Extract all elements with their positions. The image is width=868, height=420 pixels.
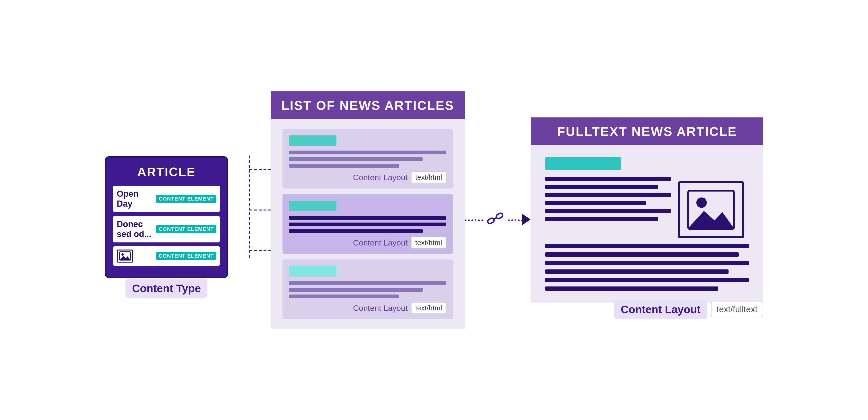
fulltext-line-2: [545, 185, 658, 189]
card-3-title-bar: [289, 266, 336, 277]
fulltext-panel-header: FULLTEXT NEWS ARTICLE: [531, 118, 763, 146]
content-type-label: Content Type: [125, 279, 208, 298]
card-1-layout-badge: text/html: [411, 171, 446, 183]
article-title: ARTICLE: [113, 165, 220, 179]
list-panel-header: LIST OF NEWS ARTICLES: [271, 91, 465, 119]
card-1-line-2: [289, 157, 423, 161]
fulltext-image-icon: [687, 190, 735, 230]
article-row-img: [117, 250, 133, 263]
card-3-layout-badge: text/html: [411, 302, 446, 314]
fulltext-bottom-line-6: [545, 287, 718, 291]
svg-marker-2: [120, 256, 130, 260]
card-2-layout-text: Content Layout: [353, 238, 408, 248]
fulltext-layout-wrapper: Content Layout text/fulltext: [614, 300, 763, 319]
fulltext-bottom-line-2: [545, 252, 739, 257]
fulltext-line-5: [545, 209, 671, 213]
article-row-2-text: Donec sed od...: [117, 219, 156, 239]
fulltext-grid: [545, 176, 749, 238]
content-type-label-wrapper: Content Type: [125, 282, 208, 295]
link-icon: [486, 212, 505, 226]
card-2-line-2: [289, 223, 446, 226]
fulltext-panel-wrapper: FULLTEXT NEWS ARTICLE: [531, 118, 763, 302]
svg-point-1: [121, 253, 124, 256]
card-2-line-1: [289, 216, 446, 220]
link-icon-wrapper: [484, 210, 507, 229]
list-panel: LIST OF NEWS ARTICLES Content Layout tex…: [271, 91, 465, 329]
card-3-line-2: [289, 288, 423, 292]
fulltext-bottom-lines: [545, 244, 749, 291]
card-3-line-1: [289, 281, 446, 285]
image-icon: [119, 251, 131, 261]
fulltext-panel-header-text: FULLTEXT NEWS ARTICLE: [557, 124, 737, 138]
content-element-badge-2: CONTENT ELEMENT: [156, 225, 216, 233]
fulltext-bottom-line-5: [545, 278, 749, 282]
card-1-line-3: [289, 164, 399, 168]
fulltext-line-3: [545, 193, 671, 197]
list-card-1: Content Layout text/html: [282, 129, 453, 189]
svg-rect-8: [496, 213, 503, 220]
mid-connector: [465, 210, 526, 229]
card-1-layout-text: Content Layout: [353, 173, 408, 182]
content-element-badge-1: CONTENT ELEMENT: [156, 195, 216, 203]
card-2-title-bar: [289, 201, 336, 211]
fulltext-line-6: [545, 217, 658, 221]
card-1-line-1: [289, 151, 446, 154]
left-connector: [242, 127, 271, 293]
card-1-title-bar: [289, 135, 336, 146]
card-3-layout: Content Layout text/html: [289, 302, 446, 314]
list-panel-header-text: LIST OF NEWS ARTICLES: [281, 98, 454, 112]
svg-point-11: [696, 197, 707, 208]
article-row-3: CONTENT ELEMENT: [113, 246, 220, 266]
fulltext-panel: FULLTEXT NEWS ARTICLE: [531, 118, 763, 302]
fulltext-bottom-line-4: [545, 269, 728, 274]
card-3-line-3: [289, 294, 399, 298]
card-2-line-3: [289, 229, 423, 233]
card-2-layout-badge: text/html: [411, 237, 446, 249]
left-connector-svg: [242, 127, 271, 293]
fulltext-line-4: [545, 201, 646, 205]
fulltext-layout-badge: text/fulltext: [711, 302, 763, 317]
card-3-layout-text: Content Layout: [353, 303, 408, 313]
list-card-3: Content Layout text/html: [282, 259, 453, 319]
fulltext-bottom-line-3: [545, 261, 749, 265]
arrow-head: [522, 214, 531, 225]
fulltext-layout-label: Content Layout: [614, 300, 707, 319]
fulltext-line-1: [545, 176, 671, 181]
fulltext-panel-body: Content Layout text/fulltext: [531, 146, 763, 302]
article-row-2: Donec sed od... CONTENT ELEMENT: [113, 216, 220, 243]
card-1-layout: Content Layout text/html: [289, 171, 446, 183]
svg-line-9: [494, 218, 497, 219]
article-row-1-text: Open Day: [117, 189, 156, 209]
content-element-badge-3: CONTENT ELEMENT: [156, 252, 216, 260]
fulltext-lines: [545, 176, 671, 238]
card-2-layout: Content Layout text/html: [289, 237, 446, 249]
svg-rect-7: [487, 217, 495, 224]
list-panel-wrapper: LIST OF NEWS ARTICLES Content Layout tex…: [271, 91, 465, 329]
svg-marker-12: [688, 211, 734, 228]
fulltext-bottom-line-1: [545, 244, 749, 248]
list-panel-body: Content Layout text/html Content Layout …: [271, 119, 465, 329]
article-row-1: Open Day CONTENT ELEMENT: [113, 186, 220, 212]
list-card-2: Content Layout text/html: [282, 194, 453, 254]
article-box: ARTICLE Open Day CONTENT ELEMENT Donec s…: [105, 156, 228, 278]
main-container: ARTICLE Open Day CONTENT ELEMENT Donec s…: [0, 0, 868, 420]
fulltext-image-placeholder: [678, 181, 744, 238]
fulltext-title-bar: [545, 157, 621, 170]
